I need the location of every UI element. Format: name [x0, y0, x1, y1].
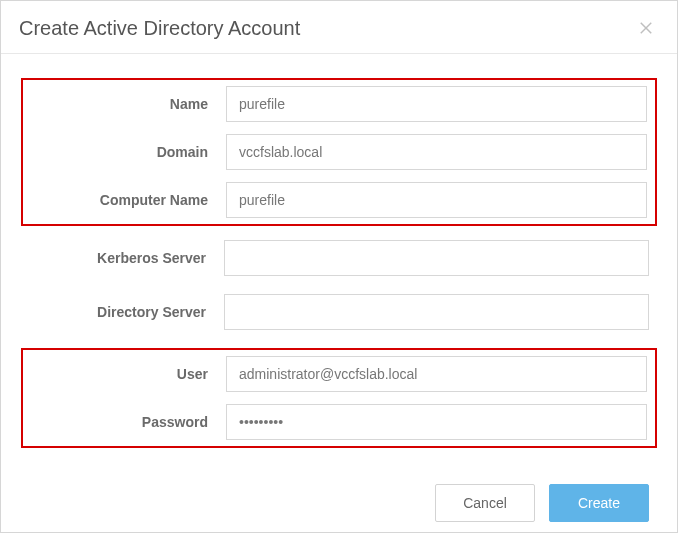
domain-input[interactable]	[226, 134, 647, 170]
label-directory: Directory Server	[29, 304, 224, 320]
dialog-footer: Cancel Create	[1, 472, 677, 533]
row-domain: Domain	[31, 134, 647, 170]
dialog-body: Name Domain Computer Name Kerberos Serve…	[1, 54, 677, 472]
close-button[interactable]	[633, 15, 659, 41]
kerberos-server-input[interactable]	[224, 240, 649, 276]
row-password: Password	[31, 404, 647, 440]
highlight-group-bottom: User Password	[21, 348, 657, 448]
row-computer-name: Computer Name	[31, 182, 647, 218]
create-button[interactable]: Create	[549, 484, 649, 522]
user-input[interactable]	[226, 356, 647, 392]
create-ad-account-dialog: Create Active Directory Account Name Dom…	[0, 0, 678, 533]
row-directory: Directory Server	[29, 294, 649, 330]
cancel-button[interactable]: Cancel	[435, 484, 535, 522]
dialog-header: Create Active Directory Account	[1, 1, 677, 54]
close-icon	[637, 25, 655, 40]
row-user: User	[31, 356, 647, 392]
label-domain: Domain	[31, 144, 226, 160]
directory-server-input[interactable]	[224, 294, 649, 330]
computer-name-input[interactable]	[226, 182, 647, 218]
highlight-group-top: Name Domain Computer Name	[21, 78, 657, 226]
dialog-title: Create Active Directory Account	[19, 17, 300, 40]
label-user: User	[31, 366, 226, 382]
row-name: Name	[31, 86, 647, 122]
row-kerberos: Kerberos Server	[29, 240, 649, 276]
name-input[interactable]	[226, 86, 647, 122]
password-input[interactable]	[226, 404, 647, 440]
label-password: Password	[31, 414, 226, 430]
label-computer-name: Computer Name	[31, 192, 226, 208]
label-name: Name	[31, 96, 226, 112]
label-kerberos: Kerberos Server	[29, 250, 224, 266]
